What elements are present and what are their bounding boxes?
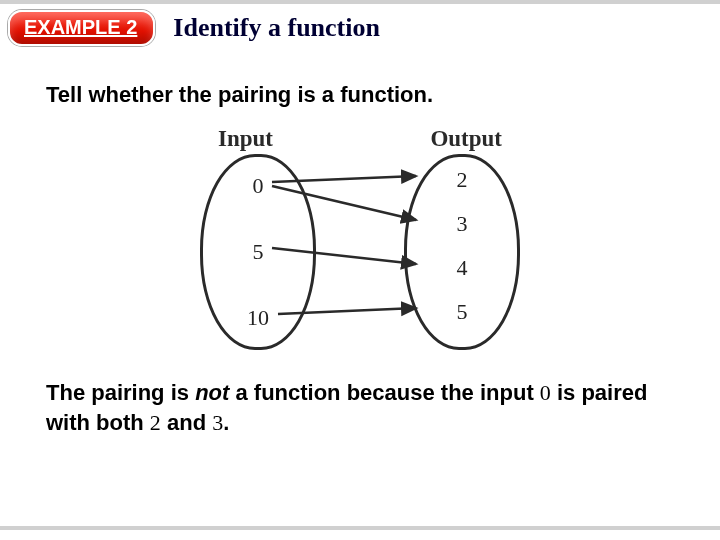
- output-value-2: 4: [407, 255, 517, 281]
- output-oval: 2 3 4 5: [404, 154, 520, 350]
- conclusion-part4: and: [161, 410, 212, 435]
- conclusion-emph: not: [195, 380, 229, 405]
- conclusion-text: The pairing is not a function because th…: [46, 378, 674, 437]
- output-value-0: 2: [407, 167, 517, 193]
- input-oval: 0 5 10: [200, 154, 316, 350]
- output-value-1: 3: [407, 211, 517, 237]
- diagram-ovals: 0 5 10 2 3 4 5: [200, 154, 520, 350]
- instruction-text: Tell whether the pairing is a function.: [46, 82, 720, 108]
- top-divider: [0, 0, 720, 4]
- conclusion-num3: 3: [212, 410, 223, 435]
- conclusion-num2: 2: [150, 410, 161, 435]
- page-title: Identify a function: [173, 13, 380, 43]
- input-value-2: 10: [203, 305, 313, 331]
- example-badge: EXAMPLE 2: [8, 10, 155, 46]
- bottom-divider: [0, 526, 720, 530]
- conclusion-num1: 0: [540, 380, 551, 405]
- mapping-diagram: Input Output 0 5 10 2 3 4 5: [200, 126, 520, 350]
- conclusion-part2: a function because the input: [229, 380, 539, 405]
- input-label: Input: [218, 126, 273, 152]
- input-value-1: 5: [203, 239, 313, 265]
- conclusion-part1: The pairing is: [46, 380, 195, 405]
- diagram-headers: Input Output: [200, 126, 520, 154]
- input-value-0: 0: [203, 173, 313, 199]
- output-value-3: 5: [407, 299, 517, 325]
- conclusion-part5: .: [223, 410, 229, 435]
- header-row: EXAMPLE 2 Identify a function: [8, 10, 720, 46]
- output-label: Output: [430, 126, 502, 152]
